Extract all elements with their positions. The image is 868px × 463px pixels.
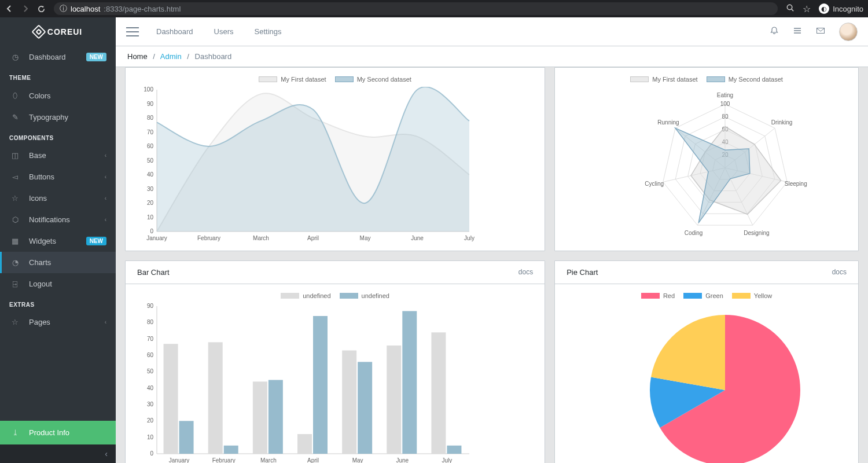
sidebar-item-label: Widgets: [29, 237, 86, 245]
list-icon[interactable]: [793, 26, 802, 37]
svg-text:0: 0: [150, 228, 153, 234]
nav-title-extras: EXTRAS: [0, 295, 116, 311]
top-nav: Dashboard Users Settings: [156, 27, 282, 36]
legend-swatch: [281, 293, 299, 299]
logout-icon: ⍈: [9, 280, 21, 288]
svg-text:80: 80: [147, 115, 154, 121]
pie-chart-icon: ◔: [9, 258, 21, 267]
svg-text:June: June: [411, 235, 424, 241]
svg-text:30: 30: [147, 401, 154, 407]
bell-icon[interactable]: [770, 26, 779, 37]
svg-rect-66: [342, 351, 356, 454]
sidebar-item-label: Colors: [29, 91, 106, 100]
svg-rect-72: [431, 332, 446, 454]
sidebar-item-buttons[interactable]: ◅Buttons‹: [0, 166, 116, 188]
sidebar-item-notifications[interactable]: ⬡Notifications‹: [0, 209, 116, 230]
svg-text:Drinking: Drinking: [771, 119, 793, 126]
bookmark-icon[interactable]: ☆: [803, 3, 811, 14]
legend-item-second[interactable]: My Second dataset: [707, 76, 783, 83]
chevron-left-icon: ‹: [105, 319, 106, 325]
brand-logo-icon: [31, 24, 46, 39]
topnav-settings[interactable]: Settings: [255, 27, 282, 36]
legend-item-red[interactable]: Red: [641, 292, 675, 299]
reload-icon[interactable]: [37, 4, 46, 13]
speedometer-icon: ◷: [9, 53, 21, 61]
legend-item-second[interactable]: My Second dataset: [335, 76, 411, 83]
sidebar-item-widgets[interactable]: ▦WidgetsNEW: [0, 230, 116, 252]
pie-chart: [563, 303, 868, 463]
main: Dashboard Users Settings Home / Admin / …: [116, 17, 868, 463]
chevron-left-icon: ‹: [105, 449, 108, 458]
pie-chart-legend: Red Green Yellow: [563, 292, 850, 300]
docs-link[interactable]: docs: [518, 268, 533, 277]
svg-rect-60: [253, 381, 267, 454]
sidebar-item-typography[interactable]: ✎Typography: [0, 106, 116, 128]
badge-new: NEW: [86, 237, 106, 245]
svg-text:70: 70: [147, 336, 154, 342]
topnav-dashboard[interactable]: Dashboard: [156, 27, 193, 36]
sidebar-item-label: Pages: [29, 318, 105, 326]
docs-link[interactable]: docs: [832, 268, 847, 277]
sidebar-toggle-icon[interactable]: [126, 27, 139, 36]
breadcrumb-admin[interactable]: Admin: [160, 52, 182, 61]
forward-icon[interactable]: [21, 4, 30, 13]
svg-rect-73: [447, 446, 461, 454]
sidebar-minimizer[interactable]: ‹: [0, 444, 116, 463]
radar-chart: 20406080100EatingDrinkingSleepingDesigni…: [563, 87, 868, 243]
svg-text:40: 40: [147, 171, 154, 178]
product-info-label: Product Info: [29, 428, 69, 437]
info-icon: ⓘ: [60, 3, 67, 14]
incognito-indicator: ◐ Incognito: [819, 3, 863, 14]
back-icon[interactable]: [5, 4, 14, 13]
svg-text:Running: Running: [657, 119, 679, 126]
sidebar-item-base[interactable]: ◫Base‹: [0, 145, 116, 166]
legend-label: My First dataset: [652, 76, 697, 83]
legend-label: My Second dataset: [357, 76, 411, 83]
badge-new: NEW: [86, 53, 106, 61]
svg-text:May: May: [352, 457, 363, 463]
star-icon: ☆: [9, 194, 21, 203]
svg-rect-70: [402, 311, 417, 454]
sidebar-item-pages[interactable]: ☆Pages‹: [0, 311, 116, 333]
svg-text:February: February: [197, 235, 220, 241]
legend-item-green[interactable]: Green: [683, 292, 723, 299]
svg-text:July: July: [464, 235, 475, 241]
svg-text:0: 0: [150, 450, 153, 457]
svg-text:30: 30: [147, 186, 154, 192]
line-chart: 0102030405060708090100JanuaryFebruaryMar…: [134, 87, 475, 243]
sidebar-item-colors[interactable]: ⬯Colors: [0, 84, 116, 106]
svg-rect-61: [269, 380, 283, 454]
avatar[interactable]: [839, 23, 858, 41]
sidebar-item-label: Typography: [29, 113, 106, 122]
svg-text:60: 60: [147, 352, 154, 358]
card-title: Bar Chart: [137, 268, 170, 277]
svg-text:March: March: [260, 457, 277, 463]
nav-title-theme: THEME: [0, 68, 116, 84]
legend-item-first[interactable]: undefined: [281, 292, 330, 299]
sidebar-item-logout[interactable]: ⍈Logout: [0, 273, 116, 295]
topnav-users[interactable]: Users: [214, 27, 234, 36]
legend-item-first[interactable]: My First dataset: [259, 76, 326, 83]
legend-label: undefined: [362, 292, 389, 299]
legend-item-first[interactable]: My First dataset: [630, 76, 697, 83]
url-path: :8333/page-charts.html: [104, 5, 181, 13]
svg-text:July: July: [442, 457, 453, 463]
legend-item-second[interactable]: undefined: [340, 292, 389, 299]
radar-chart-legend: My First dataset My Second dataset: [563, 76, 850, 83]
envelope-icon[interactable]: [816, 26, 825, 37]
tab-search-icon[interactable]: [786, 3, 795, 14]
legend-item-yellow[interactable]: Yellow: [732, 292, 772, 299]
sidebar-item-dashboard[interactable]: ◷ Dashboard NEW: [0, 46, 116, 68]
svg-text:January: January: [146, 235, 167, 241]
incognito-icon: ◐: [819, 3, 829, 14]
sidebar-item-charts[interactable]: ◔Charts: [0, 252, 116, 273]
url-bar[interactable]: ⓘ localhost:8333/page-charts.html: [54, 2, 778, 15]
content: My First dataset My Second dataset 01020…: [116, 67, 868, 463]
brand[interactable]: COREUI: [0, 17, 116, 46]
sidebar-item-icons[interactable]: ☆Icons‹: [0, 188, 116, 209]
legend-swatch: [732, 293, 751, 299]
product-info-button[interactable]: ⤓Product Info: [0, 421, 116, 444]
card-bar-chart: Bar Chartdocs undefined undefined 010203…: [125, 260, 545, 463]
svg-text:Eating: Eating: [717, 92, 733, 98]
breadcrumb-home[interactable]: Home: [127, 52, 148, 61]
